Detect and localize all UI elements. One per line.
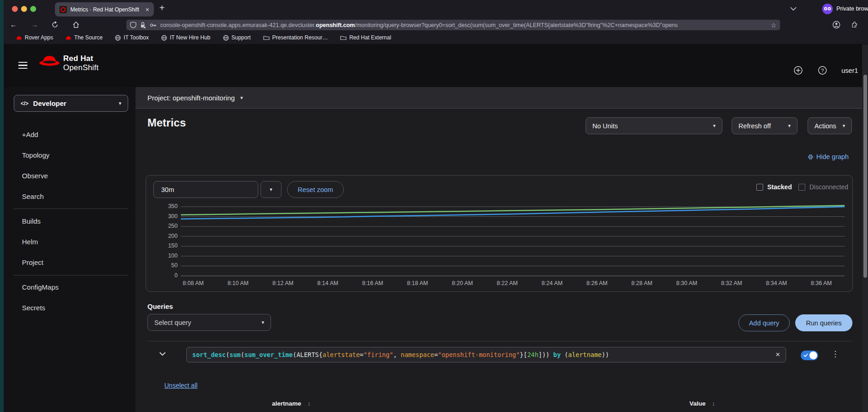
reload-icon[interactable]: [51, 21, 59, 28]
y-tick-label: 250: [150, 223, 178, 229]
extensions-icon[interactable]: [851, 21, 859, 29]
timespan-dropdown-button[interactable]: ▾: [260, 181, 282, 198]
y-tick-label: 100: [150, 253, 178, 259]
browser-tab[interactable]: Metrics · Red Hat OpenShift ×: [55, 2, 154, 16]
sidebar-item-observe[interactable]: Observe: [22, 172, 114, 181]
value-sort-icon[interactable]: ↕: [712, 400, 715, 407]
expression-token: }[: [520, 351, 527, 358]
alertname-header-label: alertname: [272, 400, 301, 407]
sidebar-item-add[interactable]: +Add: [22, 131, 114, 140]
url-bar[interactable]: console-openshift-console.apps.emurasak-…: [126, 20, 780, 30]
sidebar-item-builds[interactable]: Builds: [22, 217, 114, 226]
disconnected-checkbox[interactable]: [798, 184, 805, 191]
bookmark-label: Presentation Resour…: [272, 34, 328, 41]
developer-icon: </>: [21, 100, 28, 107]
stacked-option: Stacked: [756, 183, 792, 191]
desktop-edge: [0, 0, 4, 412]
refresh-dropdown-label: Refresh off: [738, 122, 771, 130]
x-tick-label: 8:22 AM: [487, 280, 528, 286]
bookmark-support[interactable]: Support: [223, 34, 251, 41]
x-tick-label: 8:24 AM: [532, 280, 573, 286]
account-icon[interactable]: [832, 21, 841, 29]
bookmark-the-source[interactable]: The Source: [65, 34, 103, 41]
bookmark-it-new-hire-hub[interactable]: IT New Hire Hub: [161, 34, 210, 41]
tab-close-icon[interactable]: ×: [146, 6, 149, 13]
x-tick-label: 8:16 AM: [352, 280, 393, 286]
forward-icon[interactable]: →: [31, 21, 38, 28]
query-enabled-toggle[interactable]: [801, 351, 818, 360]
key-icon[interactable]: [150, 22, 157, 28]
bookmark-presentation-resour-[interactable]: Presentation Resour…: [263, 34, 328, 41]
scrollbar-thumb[interactable]: [863, 75, 867, 278]
metrics-line-chart[interactable]: [181, 202, 845, 280]
import-plus-icon[interactable]: [794, 66, 803, 75]
window-zoom-button[interactable]: [30, 6, 36, 12]
hide-graph-button[interactable]: Hide graph: [808, 153, 849, 160]
bookmarks-bar: Rover AppsThe SourceIT ToolboxIT New Hir…: [4, 31, 868, 44]
expression-token: (: [561, 351, 568, 358]
toggle-check-icon: [803, 353, 808, 357]
add-query-button[interactable]: Add query: [738, 314, 790, 331]
units-dropdown[interactable]: No Units▾: [586, 117, 722, 134]
value-column-header[interactable]: Value ↕: [689, 400, 715, 407]
bookmark-label: IT New Hire Hub: [170, 34, 210, 41]
globe-icon: [115, 35, 121, 41]
queries-heading: Queries: [147, 302, 173, 310]
expression-token: )): [602, 351, 609, 358]
project-bar[interactable]: Project: openshift-monitoring ▾: [136, 87, 862, 109]
query-kebab-menu-icon[interactable]: ⋮: [831, 349, 839, 359]
unselect-all-link[interactable]: Unselect all: [164, 382, 197, 389]
toggle-knob: [809, 352, 817, 359]
lock-warning-icon[interactable]: [140, 22, 146, 28]
bookmark-label: Support: [232, 34, 251, 41]
stacked-label: Stacked: [767, 183, 792, 191]
redhat-fedora-logo: [38, 53, 60, 68]
select-query-dropdown[interactable]: Select query ▾: [147, 314, 271, 331]
back-icon[interactable]: ←: [10, 21, 17, 28]
sidebar-item-topology[interactable]: Topology: [22, 151, 114, 160]
query-expression-input[interactable]: sort_desc(sum(sum_over_time(ALERTS{alert…: [186, 347, 786, 363]
refresh-dropdown[interactable]: Refresh off▾: [732, 117, 797, 134]
x-tick-label: 8:20 AM: [442, 280, 483, 286]
expression-token: sum: [229, 351, 240, 358]
tab-overflow-chevron-icon[interactable]: [790, 7, 797, 11]
expression-token: =: [360, 351, 363, 358]
new-tab-button[interactable]: +: [159, 3, 165, 13]
stacked-checkbox[interactable]: [756, 184, 763, 191]
screen: Metrics · Red Hat OpenShift × + Private …: [0, 0, 868, 412]
timespan-input[interactable]: 30m: [153, 181, 258, 198]
sidebar-item-secrets[interactable]: Secrets: [22, 304, 114, 313]
clear-query-icon[interactable]: ×: [776, 350, 780, 359]
bookmark-label: Rover Apps: [25, 34, 53, 41]
alertname-column-header[interactable]: alertname ↕: [272, 400, 310, 407]
run-queries-button[interactable]: Run queries: [795, 314, 852, 331]
window-close-button[interactable]: [12, 6, 18, 12]
sidebar-item-helm[interactable]: Helm: [22, 238, 114, 247]
bookmark-red-hat-external[interactable]: Red Hat External: [340, 34, 391, 41]
sidebar-item-search[interactable]: Search: [22, 192, 114, 202]
sidebar-item-project[interactable]: Project: [22, 258, 114, 268]
expression-token: (: [241, 351, 244, 358]
alertname-sort-icon[interactable]: ↕: [308, 400, 311, 407]
sidebar-item-configmaps[interactable]: ConfigMaps: [22, 283, 114, 292]
x-tick-label: 8:32 AM: [711, 280, 752, 286]
brand-redhat: Red Hat: [63, 54, 93, 63]
query-expand-chevron-icon[interactable]: [159, 352, 166, 356]
actions-dropdown[interactable]: Actions▾: [808, 117, 852, 134]
bookmark-it-toolbox[interactable]: IT Toolbox: [115, 34, 149, 41]
expression-token: alertname: [568, 351, 602, 358]
shield-icon[interactable]: [130, 22, 136, 28]
bookmark-label: The Source: [74, 34, 103, 41]
window-minimize-button[interactable]: [21, 6, 27, 12]
expression-token: ])): [538, 351, 553, 358]
perspective-switcher[interactable]: </> Developer ▾: [14, 95, 128, 112]
help-icon[interactable]: ?: [818, 66, 827, 75]
timespan-value: 30m: [161, 186, 174, 193]
reset-zoom-button[interactable]: Reset zoom: [287, 181, 344, 198]
bookmark-star-icon[interactable]: ☆: [770, 22, 776, 29]
home-icon[interactable]: [72, 21, 80, 28]
y-tick-label: 50: [150, 262, 178, 269]
hamburger-menu-icon[interactable]: [18, 62, 27, 71]
x-tick-label: 8:12 AM: [262, 280, 304, 286]
bookmark-rover-apps[interactable]: Rover Apps: [16, 34, 53, 41]
